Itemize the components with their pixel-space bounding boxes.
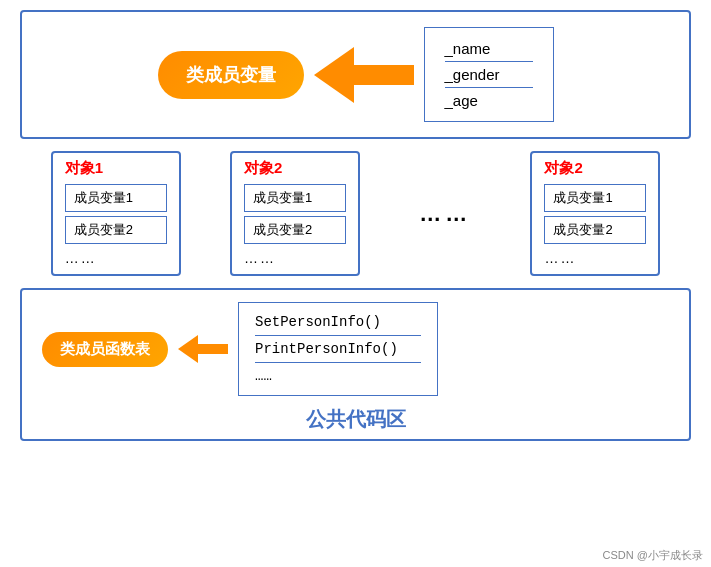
dots-3: ……: [544, 248, 646, 268]
middle-ellipsis: ……: [409, 151, 481, 276]
member-row-2-1: 成员变量1: [244, 184, 346, 212]
member-row-2-2: 成员变量2: [244, 216, 346, 244]
member-row-3-2: 成员变量2: [544, 216, 646, 244]
object-box-1: 对象1 成员变量1 成员变量2 ……: [51, 151, 181, 276]
func-row-1: SetPersonInfo(): [255, 309, 421, 336]
watermark: CSDN @小宇成长录: [603, 548, 703, 563]
top-section: 类成员变量 _name _gender _age: [20, 10, 691, 139]
object-title-2: 对象2: [244, 159, 346, 178]
class-member-function-label: 类成员函数表: [42, 332, 168, 367]
middle-section: 对象1 成员变量1 成员变量2 …… 对象2 成员变量1 成员变量2 …… ………: [20, 151, 691, 276]
object-title-3: 对象2: [544, 159, 646, 178]
field-gender: _gender: [445, 62, 533, 88]
arrow-body: [354, 65, 414, 85]
field-age: _age: [445, 88, 533, 113]
main-container: 类成员变量 _name _gender _age 对象1 成员变量1 成员变量2…: [0, 0, 711, 567]
dots-2: ……: [244, 248, 346, 268]
dots-1: ……: [65, 248, 167, 268]
bottom-row: 类成员函数表 SetPersonInfo() PrintPersonInfo()…: [42, 302, 438, 396]
member-row-3-1: 成员变量1: [544, 184, 646, 212]
small-arrow-head: [178, 335, 198, 363]
bottom-section: 类成员函数表 SetPersonInfo() PrintPersonInfo()…: [20, 288, 691, 441]
member-row-1-1: 成员变量1: [65, 184, 167, 212]
public-code-label: 公共代码区: [42, 406, 669, 433]
object-box-2: 对象2 成员变量1 成员变量2 ……: [230, 151, 360, 276]
small-arrow-left: [178, 335, 228, 363]
arrow-head-left: [314, 47, 354, 103]
fields-box: _name _gender _age: [424, 27, 554, 122]
func-row-3: ……: [255, 363, 421, 389]
class-member-variable-label: 类成员变量: [158, 51, 304, 99]
member-row-1-2: 成员变量2: [65, 216, 167, 244]
small-arrow-body: [198, 344, 228, 354]
object-box-3: 对象2 成员变量1 成员变量2 ……: [530, 151, 660, 276]
arrow-left-container: [314, 47, 414, 103]
func-row-2: PrintPersonInfo(): [255, 336, 421, 363]
object-title-1: 对象1: [65, 159, 167, 178]
field-name: _name: [445, 36, 533, 62]
functions-box: SetPersonInfo() PrintPersonInfo() ……: [238, 302, 438, 396]
